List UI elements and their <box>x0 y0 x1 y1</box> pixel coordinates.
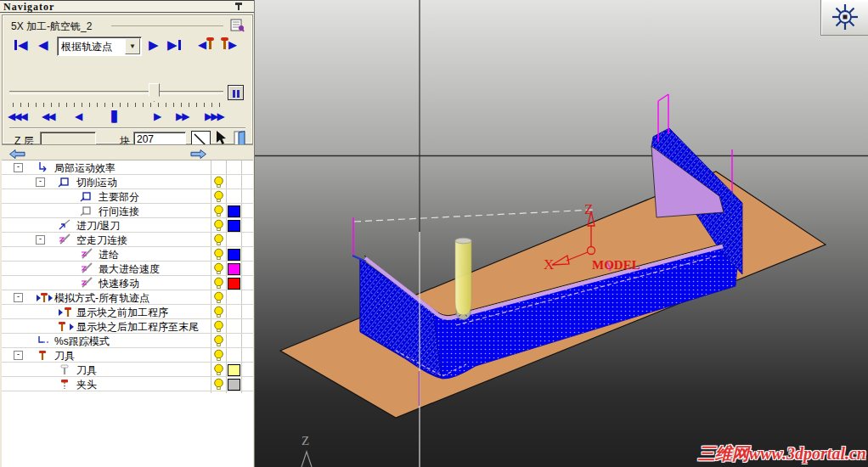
visibility-bulb-icon[interactable] <box>213 205 224 217</box>
rapid-toolpath-dashed <box>354 210 594 222</box>
color-swatch[interactable] <box>228 364 240 376</box>
tree-row-label: 局部运动效率 <box>54 161 116 176</box>
tree-row-12[interactable]: %s跟踪模式 <box>2 334 253 348</box>
tree-row-4[interactable]: 进刀/退刀 <box>2 218 253 233</box>
color-swatch[interactable] <box>228 249 240 261</box>
visibility-bulb-icon[interactable] <box>213 262 224 275</box>
visibility-bulb-icon[interactable] <box>213 176 224 188</box>
tree-row-0[interactable]: -局部运动效率 <box>2 160 253 175</box>
viewport-3d[interactable]: Z X Y MODEL Z 三维网www.3dportal.cn <box>255 0 868 467</box>
tree-row-label: 切削运动 <box>76 176 117 190</box>
pencil-icon <box>80 248 97 260</box>
color-swatch[interactable] <box>228 220 240 232</box>
tree-row-label: 进刀/退刀 <box>76 219 120 234</box>
tree-row-15[interactable]: 夹头 <box>2 377 253 391</box>
tree-row-10[interactable]: 显示块之前加工程序 <box>2 305 253 319</box>
visibility-bulb-icon[interactable] <box>213 219 224 232</box>
color-swatch[interactable] <box>228 205 240 217</box>
inout-icon <box>58 219 75 231</box>
tree-row-14[interactable]: 刀具 <box>2 363 253 377</box>
progress-slider-thumb[interactable] <box>149 83 160 102</box>
seek-forward-button[interactable]: ▶▶ <box>176 109 188 124</box>
expand-toggle[interactable]: - <box>36 235 45 245</box>
visibility-bulb-icon[interactable] <box>213 335 224 347</box>
seek-step-back-button[interactable]: ◀ <box>75 109 81 124</box>
expand-toggle[interactable]: - <box>14 293 23 302</box>
loop-gray-icon <box>80 205 97 217</box>
expand-toggle[interactable]: - <box>14 163 23 172</box>
view-compass-button[interactable] <box>820 0 868 36</box>
simulation-controls: 5X 加工-航空铣_2 ◀ ◀ 根据轨迹点 ▼ ▶ ▶ ◀ ▶ <box>2 14 253 144</box>
view-axis-indicator: Z <box>302 434 312 467</box>
seek-forward-fast-button[interactable]: ▶▶▶ <box>205 109 223 124</box>
visibility-bulb-icon[interactable] <box>213 248 224 261</box>
tree-row-5[interactable]: -空走刀连接 <box>2 233 253 247</box>
color-swatch[interactable] <box>228 278 240 290</box>
toolpath-pin-icon <box>221 37 228 51</box>
tree-row-11[interactable]: 显示块之后加工程序至末尾 <box>2 319 253 334</box>
tree-row-8[interactable]: 快速移动 <box>2 276 253 290</box>
tree-row-2[interactable]: 主要部分 <box>2 189 253 204</box>
visibility-bulb-icon[interactable] <box>213 306 224 318</box>
panel-titlebar[interactable]: Navigator <box>0 0 254 13</box>
tree-row-label: %s跟踪模式 <box>54 335 110 349</box>
pause-toggle-button[interactable] <box>228 85 244 100</box>
tree-row-label: 最大进给速度 <box>99 262 160 277</box>
progress-slider-track[interactable] <box>9 91 223 94</box>
machining-scene: Z X Y MODEL Z <box>255 0 868 467</box>
window-title: Navigator <box>3 1 54 14</box>
slider-tick-marks <box>13 103 223 107</box>
navigator-panel: Navigator 5X 加工-航空铣_2 ◀ ◀ 根据轨迹点 ▼ <box>0 0 255 467</box>
expand-toggle[interactable]: - <box>14 351 23 360</box>
seek-rewind-button[interactable]: ◀◀ <box>42 109 54 124</box>
seek-rewind-fast-button[interactable]: ◀◀◀ <box>8 109 26 124</box>
compass-icon <box>830 2 860 32</box>
go-first-button[interactable]: ◀ <box>14 37 28 53</box>
mode-combobox[interactable]: 根据轨迹点 ▼ <box>57 37 142 56</box>
pin-step-forward-button[interactable]: ▶ <box>221 36 241 54</box>
seek-button-row: ◀◀◀◀◀◀▐▌▶▶▶▶▶▶ <box>3 109 252 124</box>
tree-row-label: 行间连接 <box>99 205 139 219</box>
pencil-icon <box>58 234 75 245</box>
combo-dropdown-button[interactable]: ▼ <box>125 38 140 54</box>
tree-row-label: 显示块之后加工程序至末尾 <box>76 320 199 335</box>
visibility-bulb-icon[interactable] <box>213 378 224 391</box>
visibility-bulb-icon[interactable] <box>213 190 224 203</box>
tree-row-3[interactable]: 行间连接 <box>2 204 253 218</box>
tree-row-label: 空走刀连接 <box>76 234 127 248</box>
sim-pins-icon <box>36 291 53 303</box>
section-divider <box>111 25 223 26</box>
tree-row-1[interactable]: -切削运动 <box>2 175 253 189</box>
axis-x-label: X <box>544 256 554 273</box>
pin-step-back-button[interactable]: ◀ <box>198 36 218 54</box>
visibility-bulb-icon[interactable] <box>213 349 224 362</box>
seek-pause-button[interactable]: ▐▌ <box>108 109 119 124</box>
step-forward-button[interactable]: ▶ <box>149 37 159 53</box>
tree-row-9[interactable]: -模拟方式-所有轨迹点 <box>2 290 253 305</box>
seek-play-button[interactable]: ▶ <box>154 109 160 124</box>
mode-value: 根据轨迹点 <box>61 40 112 54</box>
tree-row-7[interactable]: 最大进给速度 <box>2 262 253 276</box>
pin-icon[interactable] <box>235 3 242 11</box>
tree-row-13[interactable]: -刀具 <box>2 348 253 363</box>
visibility-bulb-icon[interactable] <box>213 363 224 376</box>
color-swatch[interactable] <box>228 379 240 391</box>
visibility-bulb-icon[interactable] <box>213 277 224 290</box>
pin-before-icon <box>58 306 75 318</box>
visibility-bulb-icon[interactable] <box>213 234 224 246</box>
go-last-button[interactable]: ▶ <box>167 37 181 53</box>
tree-row-6[interactable]: 进给 <box>2 247 253 262</box>
tool-cylinder[interactable] <box>455 238 471 319</box>
tree-row-label: 进给 <box>99 248 119 262</box>
step-back-button[interactable]: ◀ <box>38 37 48 53</box>
tree-row-label: 快速移动 <box>99 277 139 291</box>
pin-after-icon <box>58 320 75 332</box>
tree-row-label: 显示块之前加工程序 <box>76 306 168 320</box>
color-swatch[interactable] <box>228 263 240 275</box>
tree-row-label: 刀具 <box>76 363 97 378</box>
visibility-bulb-icon[interactable] <box>213 291 224 304</box>
toolpath-pin-icon <box>206 37 214 51</box>
visibility-bulb-icon[interactable] <box>213 320 224 333</box>
expand-toggle[interactable]: - <box>36 177 45 187</box>
program-list-icon[interactable] <box>230 19 245 32</box>
